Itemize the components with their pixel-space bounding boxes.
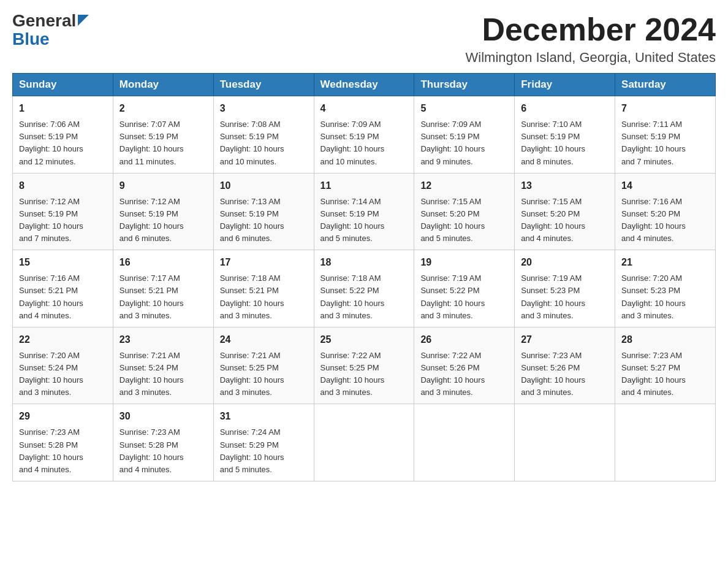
table-row [515, 404, 615, 481]
day-info: Sunrise: 7:16 AMSunset: 5:21 PMDaylight:… [19, 274, 83, 320]
table-row: 25 Sunrise: 7:22 AMSunset: 5:25 PMDaylig… [314, 327, 414, 404]
table-row: 14 Sunrise: 7:16 AMSunset: 5:20 PMDaylig… [615, 173, 716, 250]
day-number: 30 [119, 409, 207, 424]
day-number: 20 [521, 255, 609, 270]
table-row: 2 Sunrise: 7:07 AMSunset: 5:19 PMDayligh… [113, 96, 213, 174]
day-number: 6 [521, 101, 609, 116]
calendar-table: Sunday Monday Tuesday Wednesday Thursday… [12, 73, 716, 481]
day-number: 1 [19, 101, 107, 116]
day-info: Sunrise: 7:10 AMSunset: 5:19 PMDaylight:… [521, 120, 585, 166]
table-row: 27 Sunrise: 7:23 AMSunset: 5:26 PMDaylig… [515, 327, 615, 404]
logo-general-text: General [12, 12, 76, 29]
day-info: Sunrise: 7:14 AMSunset: 5:19 PMDaylight:… [320, 197, 385, 243]
table-row: 18 Sunrise: 7:18 AMSunset: 5:22 PMDaylig… [314, 250, 414, 327]
header: General Blue December 2024 Wilmington Is… [12, 12, 716, 66]
calendar-title: December 2024 [466, 12, 716, 47]
table-row: 29 Sunrise: 7:23 AMSunset: 5:28 PMDaylig… [13, 404, 113, 481]
table-row: 28 Sunrise: 7:23 AMSunset: 5:27 PMDaylig… [615, 327, 716, 404]
day-info: Sunrise: 7:18 AMSunset: 5:21 PMDaylight:… [220, 274, 284, 320]
day-number: 5 [420, 101, 508, 116]
day-info: Sunrise: 7:21 AMSunset: 5:25 PMDaylight:… [220, 351, 284, 397]
day-info: Sunrise: 7:23 AMSunset: 5:26 PMDaylight:… [521, 351, 585, 397]
table-row: 23 Sunrise: 7:21 AMSunset: 5:24 PMDaylig… [113, 327, 213, 404]
day-number: 19 [420, 255, 508, 270]
day-info: Sunrise: 7:23 AMSunset: 5:27 PMDaylight:… [621, 351, 686, 397]
table-row: 6 Sunrise: 7:10 AMSunset: 5:19 PMDayligh… [515, 96, 615, 174]
table-row [414, 404, 515, 481]
day-info: Sunrise: 7:22 AMSunset: 5:25 PMDaylight:… [320, 351, 385, 397]
day-number: 23 [119, 332, 207, 347]
table-row [615, 404, 716, 481]
title-section: December 2024 Wilmington Island, Georgia… [466, 12, 716, 66]
day-number: 14 [621, 178, 709, 193]
calendar-week-row: 15 Sunrise: 7:16 AMSunset: 5:21 PMDaylig… [13, 250, 716, 327]
logo-blue-text: Blue [12, 31, 89, 48]
day-info: Sunrise: 7:06 AMSunset: 5:19 PMDaylight:… [19, 120, 83, 166]
day-number: 29 [19, 409, 107, 424]
table-row: 8 Sunrise: 7:12 AMSunset: 5:19 PMDayligh… [13, 173, 113, 250]
table-row: 11 Sunrise: 7:14 AMSunset: 5:19 PMDaylig… [314, 173, 414, 250]
day-info: Sunrise: 7:08 AMSunset: 5:19 PMDaylight:… [220, 120, 284, 166]
table-row: 7 Sunrise: 7:11 AMSunset: 5:19 PMDayligh… [615, 96, 716, 174]
day-number: 31 [220, 409, 308, 424]
table-row: 24 Sunrise: 7:21 AMSunset: 5:25 PMDaylig… [213, 327, 314, 404]
day-info: Sunrise: 7:16 AMSunset: 5:20 PMDaylight:… [621, 197, 686, 243]
table-row: 13 Sunrise: 7:15 AMSunset: 5:20 PMDaylig… [515, 173, 615, 250]
day-info: Sunrise: 7:13 AMSunset: 5:19 PMDaylight:… [220, 197, 284, 243]
day-number: 24 [220, 332, 308, 347]
col-thursday: Thursday [414, 74, 515, 96]
day-info: Sunrise: 7:07 AMSunset: 5:19 PMDaylight:… [119, 120, 184, 166]
day-info: Sunrise: 7:15 AMSunset: 5:20 PMDaylight:… [420, 197, 485, 243]
calendar-week-row: 1 Sunrise: 7:06 AMSunset: 5:19 PMDayligh… [13, 96, 716, 174]
day-info: Sunrise: 7:24 AMSunset: 5:29 PMDaylight:… [220, 427, 284, 473]
day-number: 8 [19, 178, 107, 193]
day-info: Sunrise: 7:12 AMSunset: 5:19 PMDaylight:… [19, 197, 83, 243]
day-info: Sunrise: 7:20 AMSunset: 5:23 PMDaylight:… [621, 274, 686, 320]
logo: General Blue [12, 12, 89, 48]
day-number: 9 [119, 178, 207, 193]
day-info: Sunrise: 7:11 AMSunset: 5:19 PMDaylight:… [621, 120, 686, 166]
table-row: 9 Sunrise: 7:12 AMSunset: 5:19 PMDayligh… [113, 173, 213, 250]
table-row: 5 Sunrise: 7:09 AMSunset: 5:19 PMDayligh… [414, 96, 515, 174]
day-number: 27 [521, 332, 609, 347]
table-row: 12 Sunrise: 7:15 AMSunset: 5:20 PMDaylig… [414, 173, 515, 250]
day-number: 22 [19, 332, 107, 347]
day-number: 10 [220, 178, 308, 193]
table-row: 26 Sunrise: 7:22 AMSunset: 5:26 PMDaylig… [414, 327, 515, 404]
day-info: Sunrise: 7:22 AMSunset: 5:26 PMDaylight:… [420, 351, 485, 397]
table-row: 19 Sunrise: 7:19 AMSunset: 5:22 PMDaylig… [414, 250, 515, 327]
day-number: 3 [220, 101, 308, 116]
day-number: 17 [220, 255, 308, 270]
day-number: 12 [420, 178, 508, 193]
col-tuesday: Tuesday [213, 74, 314, 96]
day-number: 7 [621, 101, 709, 116]
table-row: 30 Sunrise: 7:23 AMSunset: 5:28 PMDaylig… [113, 404, 213, 481]
day-number: 26 [420, 332, 508, 347]
day-number: 18 [320, 255, 408, 270]
day-number: 28 [621, 332, 709, 347]
table-row: 3 Sunrise: 7:08 AMSunset: 5:19 PMDayligh… [213, 96, 314, 174]
calendar-subtitle: Wilmington Island, Georgia, United State… [466, 50, 716, 66]
calendar-week-row: 22 Sunrise: 7:20 AMSunset: 5:24 PMDaylig… [13, 327, 716, 404]
table-row: 4 Sunrise: 7:09 AMSunset: 5:19 PMDayligh… [314, 96, 414, 174]
table-row: 22 Sunrise: 7:20 AMSunset: 5:24 PMDaylig… [13, 327, 113, 404]
day-number: 15 [19, 255, 107, 270]
table-row: 20 Sunrise: 7:19 AMSunset: 5:23 PMDaylig… [515, 250, 615, 327]
day-info: Sunrise: 7:21 AMSunset: 5:24 PMDaylight:… [119, 351, 184, 397]
table-row: 21 Sunrise: 7:20 AMSunset: 5:23 PMDaylig… [615, 250, 716, 327]
col-sunday: Sunday [13, 74, 113, 96]
day-info: Sunrise: 7:09 AMSunset: 5:19 PMDaylight:… [320, 120, 385, 166]
day-info: Sunrise: 7:18 AMSunset: 5:22 PMDaylight:… [320, 274, 385, 320]
day-number: 21 [621, 255, 709, 270]
day-info: Sunrise: 7:15 AMSunset: 5:20 PMDaylight:… [521, 197, 585, 243]
table-row: 16 Sunrise: 7:17 AMSunset: 5:21 PMDaylig… [113, 250, 213, 327]
calendar-week-row: 29 Sunrise: 7:23 AMSunset: 5:28 PMDaylig… [13, 404, 716, 481]
col-monday: Monday [113, 74, 213, 96]
day-info: Sunrise: 7:23 AMSunset: 5:28 PMDaylight:… [19, 427, 83, 473]
col-friday: Friday [515, 74, 615, 96]
table-row: 17 Sunrise: 7:18 AMSunset: 5:21 PMDaylig… [213, 250, 314, 327]
day-info: Sunrise: 7:12 AMSunset: 5:19 PMDaylight:… [119, 197, 184, 243]
day-number: 11 [320, 178, 408, 193]
day-number: 13 [521, 178, 609, 193]
table-row: 15 Sunrise: 7:16 AMSunset: 5:21 PMDaylig… [13, 250, 113, 327]
